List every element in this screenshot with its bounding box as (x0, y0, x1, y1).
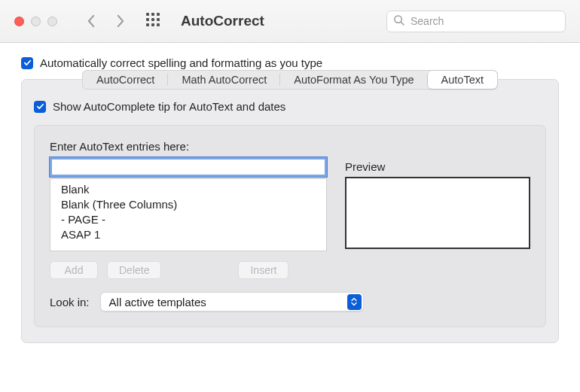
list-item[interactable]: ASAP 1 (50, 226, 326, 242)
add-button[interactable]: Add (50, 261, 98, 279)
show-all-icon[interactable] (146, 13, 163, 29)
content-area: Automatically correct spelling and forma… (0, 43, 580, 360)
auto-correct-checkbox-row: Automatically correct spelling and forma… (21, 56, 559, 69)
list-item[interactable]: Blank (Three Columns) (50, 196, 326, 211)
tab-autocorrect[interactable]: AutoCorrect (83, 71, 168, 89)
autotext-entry-input[interactable] (50, 157, 327, 177)
window-title: AutoCorrect (181, 13, 264, 29)
search-field[interactable] (386, 11, 566, 32)
show-autocomplete-row: Show AutoComplete tip for AutoText and d… (34, 100, 546, 113)
preview-box (345, 177, 530, 249)
settings-group: AutoCorrect Math AutoCorrect AutoFormat … (21, 79, 559, 343)
zoom-window-button[interactable] (47, 17, 57, 26)
list-item[interactable]: Blank (50, 181, 326, 196)
delete-button[interactable]: Delete (107, 261, 161, 279)
auto-correct-checkbox[interactable] (21, 57, 33, 69)
tab-autotext[interactable]: AutoText (428, 71, 497, 89)
entries-label: Enter AutoText entries here: (50, 140, 530, 153)
look-in-label: Look in: (50, 296, 90, 308)
toolbar: AutoCorrect (0, 0, 580, 43)
close-window-button[interactable] (14, 17, 24, 26)
minimize-window-button[interactable] (31, 17, 41, 26)
insert-button[interactable]: Insert (238, 261, 288, 279)
autotext-group: Enter AutoText entries here: Blank Blank… (34, 125, 546, 327)
chevron-updown-icon (347, 294, 362, 310)
show-autocomplete-label: Show AutoComplete tip for AutoText and d… (53, 100, 285, 113)
search-input[interactable] (409, 14, 559, 28)
look-in-row: Look in: All active templates (50, 292, 530, 311)
autotext-entries-list[interactable]: Blank Blank (Three Columns) - PAGE - ASA… (50, 178, 327, 251)
look-in-popup[interactable]: All active templates (100, 292, 364, 311)
tab-math-autocorrect[interactable]: Math AutoCorrect (168, 71, 280, 89)
auto-correct-label: Automatically correct spelling and forma… (40, 56, 322, 69)
forward-button[interactable] (110, 11, 130, 31)
svg-line-1 (401, 22, 404, 25)
look-in-value: All active templates (109, 296, 206, 308)
window-controls (14, 17, 57, 26)
preview-label: Preview (345, 160, 530, 173)
list-item[interactable]: - PAGE - (50, 211, 326, 226)
tab-autoformat-as-you-type[interactable]: AutoFormat As You Type (280, 71, 427, 89)
button-row: Add Delete Insert (50, 261, 530, 279)
search-icon (393, 14, 404, 28)
tab-bar: AutoCorrect Math AutoCorrect AutoFormat … (82, 70, 498, 90)
back-button[interactable] (81, 11, 101, 31)
show-autocomplete-checkbox[interactable] (34, 101, 46, 113)
